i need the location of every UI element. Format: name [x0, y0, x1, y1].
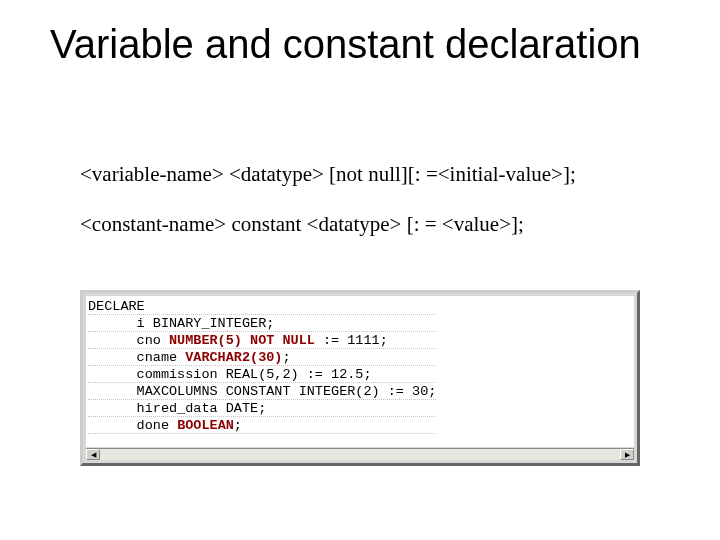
arrow-left-icon: ◀	[91, 451, 96, 458]
scroll-left-button[interactable]: ◀	[86, 449, 100, 460]
arrow-right-icon: ▶	[625, 451, 630, 458]
syntax-block: <variable-name> <datatype> [not null][: …	[80, 160, 650, 239]
horizontal-scrollbar[interactable]: ◀ ▶	[86, 448, 634, 460]
page-title: Variable and constant declaration	[50, 22, 641, 67]
code-line: DECLARE	[88, 298, 436, 315]
code-line: hired_data DATE;	[88, 400, 436, 417]
scrollbar-track[interactable]	[100, 449, 620, 460]
code-line: cno NUMBER(5) NOT NULL := 1111;	[88, 332, 436, 349]
code-line: MAXCOLUMNS CONSTANT INTEGER(2) := 30;	[88, 383, 436, 400]
slide: Variable and constant declaration <varia…	[0, 0, 720, 540]
code-content: DECLARE i BINARY_INTEGER; cno NUMBER(5) …	[88, 298, 436, 434]
code-line: cname VARCHAR2(30);	[88, 349, 436, 366]
code-keyword: BOOLEAN	[177, 418, 234, 433]
code-editor: DECLARE i BINARY_INTEGER; cno NUMBER(5) …	[80, 290, 640, 466]
code-line: commission REAL(5,2) := 12.5;	[88, 366, 436, 383]
syntax-line-constant: <constant-name> constant <datatype> [: =…	[80, 210, 650, 238]
code-line: done BOOLEAN;	[88, 417, 436, 434]
syntax-line-variable: <variable-name> <datatype> [not null][: …	[80, 160, 650, 188]
scroll-right-button[interactable]: ▶	[620, 449, 634, 460]
code-viewport: DECLARE i BINARY_INTEGER; cno NUMBER(5) …	[86, 296, 634, 447]
code-line: i BINARY_INTEGER;	[88, 315, 436, 332]
code-keyword: VARCHAR2(30)	[185, 350, 282, 365]
code-keyword: NUMBER(5) NOT NULL	[169, 333, 315, 348]
